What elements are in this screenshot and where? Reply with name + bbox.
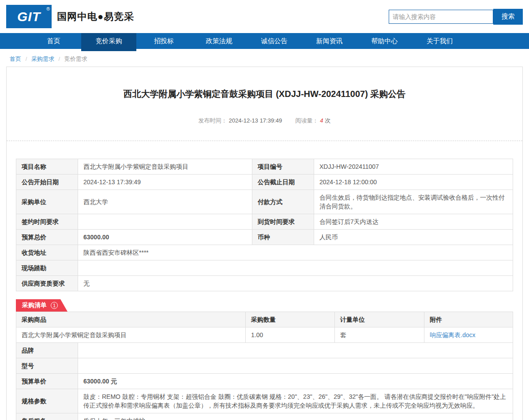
table-row: 售后服务 质保十年，三年内维护。 xyxy=(16,413,513,420)
field-value: 无 xyxy=(78,276,513,291)
field-label: 售后服务 xyxy=(16,413,78,420)
site-logo[interactable]: GIT ® xyxy=(6,5,52,28)
nav-item-integrity-notices[interactable]: 诚信公告 xyxy=(247,33,302,49)
table-row: 采购单位 西北大学 付款方式 合同生效后，待货物到达指定地点、安装调试验收合格后… xyxy=(16,190,513,214)
breadcrumb-separator: / xyxy=(59,56,60,62)
field-label: 付款方式 xyxy=(252,190,314,214)
field-label: 收货地址 xyxy=(16,245,78,260)
field-value: 西北大学 xyxy=(78,190,252,214)
table-row: 签约时间要求 到货时间要求 合同签订后7天内送达 xyxy=(16,214,513,230)
field-value: 合同签订后7天内送达 xyxy=(314,214,513,230)
field-label: 现场踏勘 xyxy=(16,260,78,276)
field-value xyxy=(78,214,252,230)
breadcrumb: 首页 / 采购需求 / 竞价需求 xyxy=(0,49,529,67)
breadcrumb-current: 竞价需求 xyxy=(64,56,87,62)
breadcrumb-home[interactable]: 首页 xyxy=(10,56,21,62)
breadcrumb-purchase-demand[interactable]: 采购需求 xyxy=(31,56,54,62)
field-value: 2024-12-13 17:39:49 xyxy=(78,175,252,190)
field-label: 项目编号 xyxy=(252,159,314,175)
table-row: 预算单价 63000.00 元 xyxy=(16,374,513,389)
search-input[interactable] xyxy=(389,10,493,24)
announcement-card: 西北大学附属小学紫铜定音鼓采购项目 (XDJJ-HW-202411007) 采购… xyxy=(6,67,523,420)
field-value: 陕西省西安市碑林区**** xyxy=(78,245,513,260)
field-label: 公告截止日期 xyxy=(252,175,314,190)
registered-mark-icon: ® xyxy=(46,6,50,11)
field-label: 型号 xyxy=(16,358,78,374)
nav-item-about-us[interactable]: 关于我们 xyxy=(412,33,467,49)
budget-total-value: 63000.00 xyxy=(78,230,252,245)
column-header: 采购商品 xyxy=(16,312,246,327)
purchase-list-badge: 采购清单 1 xyxy=(16,299,68,312)
site-title: 国网中电●易竞采 xyxy=(57,10,134,23)
field-value: 合同生效后，待货物到达指定地点、安装调试验收合格后，一次性付清合同货款。 xyxy=(314,190,513,214)
nav-item-home[interactable]: 首页 xyxy=(26,33,81,49)
table-row: 西北大学附属小学紫铜定音鼓采购项目 1.00 套 响应偏离表.docx xyxy=(16,327,513,343)
project-info-table: 项目名称 西北大学附属小学紫铜定音鼓采购项目 项目编号 XDJJ-HW-2024… xyxy=(16,159,513,291)
nav-item-bidding-purchase[interactable]: 竞价采购 xyxy=(81,33,136,51)
nav-item-policies[interactable]: 政策法规 xyxy=(191,33,247,49)
product-unit: 套 xyxy=(335,327,424,343)
publish-time-value: 2024-12-13 17:39:49 xyxy=(229,117,282,124)
search-button[interactable]: 搜索 xyxy=(493,9,523,25)
announcement-meta: 发布时间：2024-12-13 17:39:49阅读量：4次 xyxy=(16,117,513,125)
column-header: 计量单位 xyxy=(335,312,424,327)
field-value xyxy=(78,343,513,358)
field-label: 签约时间要求 xyxy=(16,214,78,230)
unit-price-value: 63000.00 元 xyxy=(78,374,513,389)
dashed-divider xyxy=(7,141,522,141)
purchase-list-table: 采购商品 采购数量 计量单位 附件 西北大学附属小学紫铜定音鼓采购项目 1.00… xyxy=(16,312,513,420)
field-value: 西北大学附属小学紫铜定音鼓采购项目 xyxy=(78,159,252,175)
field-label: 规格参数 xyxy=(16,389,78,413)
field-label: 采购单位 xyxy=(16,190,78,214)
field-label: 到货时间要求 xyxy=(252,214,314,230)
after-sales-value: 质保十年，三年内维护。 xyxy=(78,413,513,420)
table-row: 预算总价 63000.00 币种 人民币 xyxy=(16,230,513,245)
table-header-row: 采购商品 采购数量 计量单位 附件 xyxy=(16,312,513,327)
field-label: 供应商资质要求 xyxy=(16,276,78,291)
column-header: 附件 xyxy=(424,312,513,327)
nav-item-news[interactable]: 新闻资讯 xyxy=(302,33,357,49)
table-row: 型号 xyxy=(16,358,513,374)
table-row: 现场踏勘 xyxy=(16,260,513,276)
field-label: 币种 xyxy=(252,230,314,245)
table-row: 项目名称 西北大学附属小学紫铜定音鼓采购项目 项目编号 XDJJ-HW-2024… xyxy=(16,159,513,175)
logo-text: GIT xyxy=(17,9,41,24)
field-label: 预算单价 xyxy=(16,374,78,389)
field-label: 项目名称 xyxy=(16,159,78,175)
field-value: 人民币 xyxy=(314,230,513,245)
field-value xyxy=(78,260,513,276)
breadcrumb-separator: / xyxy=(26,56,27,62)
views-label: 阅读量： xyxy=(295,117,318,124)
nav-item-help-center[interactable]: 帮助中心 xyxy=(357,33,412,49)
column-header: 采购数量 xyxy=(246,312,335,327)
product-name: 西北大学附属小学紫铜定音鼓采购项目 xyxy=(16,327,246,343)
purchase-list-badge-label: 采购清单 xyxy=(22,301,47,309)
table-row: 收货地址 陕西省西安市碑林区**** xyxy=(16,245,513,260)
field-label: 品牌 xyxy=(16,343,78,358)
table-row: 规格参数 鼓皮：REMO 鼓腔：专用铜材 支架：超强铝合金 鼓圈：优质碳素钢 规… xyxy=(16,389,513,413)
product-quantity: 1.00 xyxy=(246,327,335,343)
views-unit: 次 xyxy=(325,117,330,124)
spec-params-value: 鼓皮：REMO 鼓腔：专用铜材 支架：超强铝合金 鼓圈：优质碳素钢 规格：20"… xyxy=(78,389,513,413)
site-header: GIT ® 国网中电●易竞采 搜索 xyxy=(0,0,529,33)
main-nav: 首页 竞价采购 招投标 政策法规 诚信公告 新闻资讯 帮助中心 关于我们 xyxy=(0,33,529,49)
table-row: 公告开始日期 2024-12-13 17:39:49 公告截止日期 2024-1… xyxy=(16,175,513,190)
table-row: 供应商资质要求 无 xyxy=(16,276,513,291)
field-label: 公告开始日期 xyxy=(16,175,78,190)
field-value: XDJJ-HW-202411007 xyxy=(314,159,513,175)
search-bar: 搜索 xyxy=(389,9,523,25)
views-count: 4 xyxy=(320,117,323,124)
nav-item-tenders[interactable]: 招投标 xyxy=(136,33,191,49)
purchase-list-count-icon: 1 xyxy=(51,302,58,309)
field-value: 2024-12-18 12:00:00 xyxy=(314,175,513,190)
publish-time-label: 发布时间： xyxy=(199,117,227,124)
field-label: 预算总价 xyxy=(16,230,78,245)
table-row: 品牌 xyxy=(16,343,513,358)
page-title: 西北大学附属小学紫铜定音鼓采购项目 (XDJJ-HW-202411007) 采购… xyxy=(16,88,513,100)
field-value xyxy=(78,358,513,374)
attachment-link[interactable]: 响应偏离表.docx xyxy=(430,331,475,338)
